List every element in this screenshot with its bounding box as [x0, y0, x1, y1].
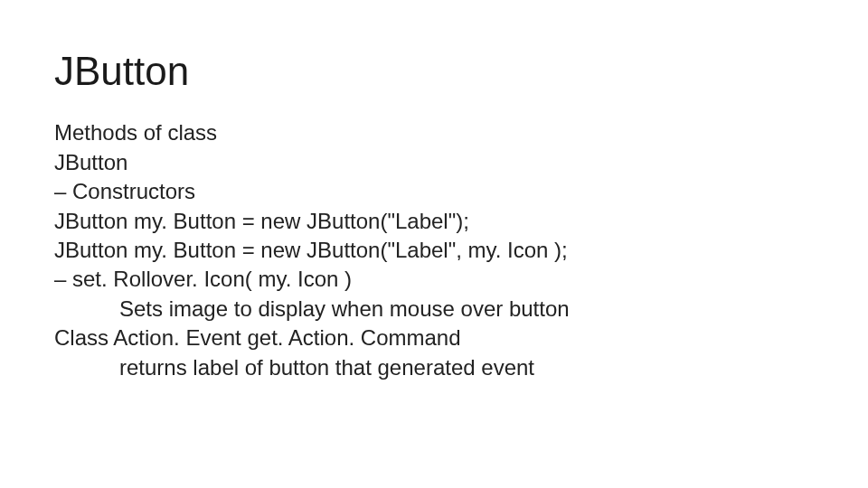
- slide-title: JButton: [54, 50, 814, 93]
- body-line-indented: returns label of button that generated e…: [54, 353, 814, 382]
- body-line: Class Action. Event get. Action. Command: [54, 324, 814, 352]
- slide-body: Methods of class JButton – Constructors …: [54, 118, 814, 382]
- body-line: JButton my. Button = new JButton("Label"…: [54, 207, 814, 236]
- body-line: Methods of class: [54, 118, 814, 147]
- body-line: JButton my. Button = new JButton("Label"…: [54, 236, 814, 265]
- body-line: – set. Rollover. Icon( my. Icon ): [54, 265, 814, 294]
- body-line: JButton: [54, 148, 814, 177]
- body-line: – Constructors: [54, 177, 814, 206]
- body-line-indented: Sets image to display when mouse over bu…: [54, 295, 814, 324]
- slide: JButton Methods of class JButton – Const…: [0, 0, 868, 488]
